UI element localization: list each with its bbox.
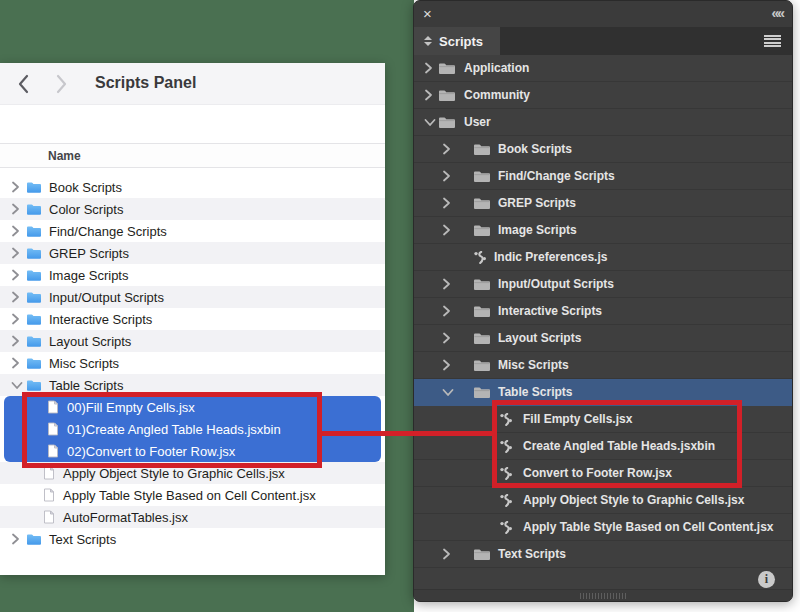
row-find-change-scripts[interactable]: Find/Change Scripts bbox=[0, 220, 385, 242]
row-indic-preferences-js[interactable]: Indic Preferences.js bbox=[414, 244, 792, 271]
row-application[interactable]: Application bbox=[414, 55, 792, 82]
mac-doc-icon bbox=[43, 488, 55, 502]
id-script-icon bbox=[473, 251, 487, 264]
row-interactive-scripts[interactable]: Interactive Scripts bbox=[414, 298, 792, 325]
row-misc-scripts[interactable]: Misc Scripts bbox=[0, 352, 385, 374]
row-input-output-scripts[interactable]: Input/Output Scripts bbox=[414, 271, 792, 298]
screenshot-canvas: Scripts Panel Name Book Scripts Color Sc… bbox=[0, 0, 800, 612]
id-folder-icon bbox=[473, 278, 491, 291]
panel-tab-bar: Scripts bbox=[414, 27, 792, 55]
annotation-box-left bbox=[22, 392, 322, 468]
finder-toolbar: Scripts Panel bbox=[0, 63, 385, 105]
tab-scripts[interactable]: Scripts bbox=[414, 27, 500, 55]
disclosure-chevron-icon[interactable] bbox=[11, 533, 23, 545]
row-apply-table-style-based-on-cell-content-jsx[interactable]: Apply Table Style Based on Cell Content.… bbox=[414, 514, 792, 541]
row-misc-scripts[interactable]: Misc Scripts bbox=[414, 352, 792, 379]
disclosure-chevron-icon[interactable] bbox=[11, 225, 23, 237]
mac-folder-icon bbox=[26, 225, 42, 238]
row-grep-scripts[interactable]: GREP Scripts bbox=[414, 190, 792, 217]
disclosure-chevron-icon[interactable] bbox=[442, 278, 454, 290]
mac-doc-icon bbox=[43, 510, 55, 524]
finder-scripts-panel-window: Scripts Panel Name Book Scripts Color Sc… bbox=[0, 63, 385, 575]
row-text-scripts[interactable]: Text Scripts bbox=[0, 528, 385, 550]
id-folder-icon bbox=[473, 359, 491, 372]
row-community[interactable]: Community bbox=[414, 82, 792, 109]
mac-folder-icon bbox=[26, 357, 42, 370]
id-script-icon bbox=[499, 494, 513, 507]
panel-title-strip: × «« bbox=[414, 1, 792, 27]
disclosure-chevron-icon[interactable] bbox=[11, 291, 23, 303]
mac-folder-icon bbox=[26, 533, 42, 546]
mac-doc-icon bbox=[43, 466, 55, 480]
disclosure-chevron-icon[interactable] bbox=[424, 89, 436, 101]
id-folder-icon bbox=[473, 305, 491, 318]
disclosure-chevron-icon[interactable] bbox=[442, 388, 454, 397]
panel-footer: i bbox=[414, 568, 792, 591]
id-folder-icon bbox=[473, 143, 491, 156]
row-find-change-scripts[interactable]: Find/Change Scripts bbox=[414, 163, 792, 190]
row-color-scripts[interactable]: Color Scripts bbox=[0, 198, 385, 220]
drag-handle[interactable] bbox=[580, 593, 626, 599]
row-text-scripts[interactable]: Text Scripts bbox=[414, 541, 792, 568]
row-autoformattables-jsx[interactable]: AutoFormatTables.jsx bbox=[0, 506, 385, 528]
disclosure-chevron-icon[interactable] bbox=[442, 197, 454, 209]
disclosure-chevron-icon[interactable] bbox=[11, 247, 23, 259]
row-image-scripts[interactable]: Image Scripts bbox=[0, 264, 385, 286]
row-book-scripts[interactable]: Book Scripts bbox=[414, 136, 792, 163]
row-input-output-scripts[interactable]: Input/Output Scripts bbox=[0, 286, 385, 308]
disclosure-chevron-icon[interactable] bbox=[424, 62, 436, 74]
mac-folder-icon bbox=[26, 379, 42, 392]
row-book-scripts[interactable]: Book Scripts bbox=[0, 176, 385, 198]
row-layout-scripts[interactable]: Layout Scripts bbox=[0, 330, 385, 352]
mac-folder-icon bbox=[26, 181, 42, 194]
collapse-panel-icon[interactable]: «« bbox=[771, 3, 783, 23]
row-image-scripts[interactable]: Image Scripts bbox=[414, 217, 792, 244]
id-folder-icon bbox=[473, 197, 491, 210]
id-folder-icon bbox=[473, 548, 491, 561]
annotation-box-right bbox=[492, 400, 742, 488]
id-folder-icon bbox=[438, 116, 456, 129]
disclosure-chevron-icon[interactable] bbox=[11, 357, 23, 369]
column-header-row[interactable]: Name bbox=[0, 143, 385, 168]
scripts-tree-list: Application Community User Book Scripts bbox=[414, 55, 792, 568]
back-button[interactable] bbox=[17, 74, 31, 94]
disclosure-chevron-icon[interactable] bbox=[11, 203, 23, 215]
forward-button[interactable] bbox=[55, 74, 69, 94]
disclosure-chevron-icon[interactable] bbox=[11, 313, 23, 325]
id-folder-icon bbox=[473, 386, 491, 399]
indesign-scripts-panel: × «« Scripts Application Community bbox=[413, 0, 793, 602]
row-layout-scripts[interactable]: Layout Scripts bbox=[414, 325, 792, 352]
disclosure-chevron-icon[interactable] bbox=[442, 170, 454, 182]
close-icon[interactable]: × bbox=[423, 4, 432, 24]
column-header-name: Name bbox=[48, 149, 81, 163]
row-apply-table-style-based-on-cell-content-jsx[interactable]: Apply Table Style Based on Cell Content.… bbox=[0, 484, 385, 506]
disclosure-chevron-icon[interactable] bbox=[442, 359, 454, 371]
disclosure-chevron-icon[interactable] bbox=[442, 548, 454, 560]
row-apply-object-style-to-graphic-cells-jsx[interactable]: Apply Object Style to Graphic Cells.jsx bbox=[414, 487, 792, 514]
id-folder-icon bbox=[473, 332, 491, 345]
disclosure-chevron-icon[interactable] bbox=[11, 381, 23, 390]
panel-resize-strip bbox=[414, 589, 792, 601]
mac-folder-icon bbox=[26, 269, 42, 282]
id-script-icon bbox=[499, 521, 513, 534]
id-folder-icon bbox=[438, 89, 456, 102]
disclosure-chevron-icon[interactable] bbox=[442, 305, 454, 317]
mac-folder-icon bbox=[26, 203, 42, 216]
disclosure-chevron-icon[interactable] bbox=[442, 143, 454, 155]
row-user[interactable]: User bbox=[414, 109, 792, 136]
mac-folder-icon bbox=[26, 335, 42, 348]
disclosure-chevron-icon[interactable] bbox=[442, 332, 454, 344]
panel-cycle-icon bbox=[424, 36, 432, 46]
row-grep-scripts[interactable]: GREP Scripts bbox=[0, 242, 385, 264]
row-interactive-scripts[interactable]: Interactive Scripts bbox=[0, 308, 385, 330]
panel-menu-icon[interactable] bbox=[764, 35, 781, 47]
disclosure-chevron-icon[interactable] bbox=[11, 335, 23, 347]
disclosure-chevron-icon[interactable] bbox=[424, 118, 436, 127]
disclosure-chevron-icon[interactable] bbox=[11, 269, 23, 281]
window-title: Scripts Panel bbox=[95, 74, 196, 92]
disclosure-chevron-icon[interactable] bbox=[442, 224, 454, 236]
id-folder-icon bbox=[473, 224, 491, 237]
id-folder-icon bbox=[473, 170, 491, 183]
disclosure-chevron-icon[interactable] bbox=[11, 181, 23, 193]
info-icon[interactable]: i bbox=[758, 571, 775, 588]
